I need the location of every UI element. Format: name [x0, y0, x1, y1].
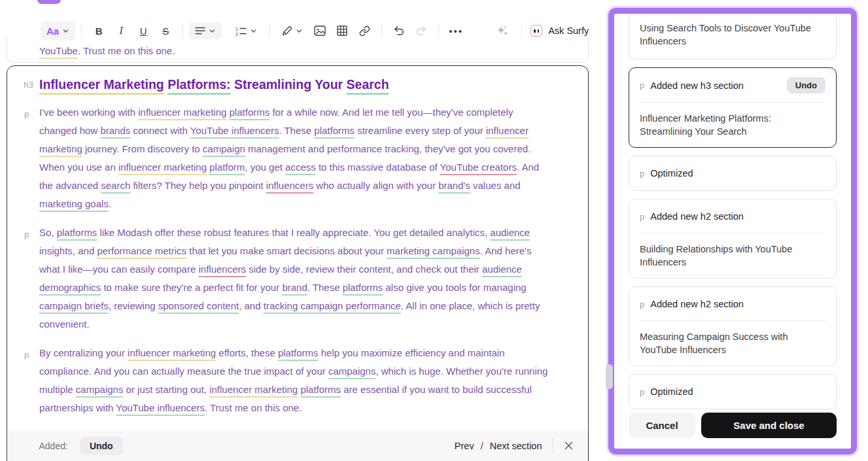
- p-tag-label: p: [24, 346, 29, 364]
- chevron-down-icon: [250, 27, 257, 35]
- editor-content[interactable]: h3 Influencer Marketing Platforms: Strea…: [39, 77, 552, 428]
- p-tag-label: p: [640, 387, 644, 397]
- p-tag-label: p: [640, 299, 644, 309]
- svg-text:2: 2: [235, 31, 238, 36]
- editor-paragraph[interactable]: p I've been working with influencer mark…: [39, 103, 552, 213]
- p-tag-label: p: [640, 169, 644, 179]
- formatting-toolbar: Aa B I U S 1 2: [41, 18, 589, 43]
- editor-paragraph[interactable]: p By centralizing your influencer market…: [39, 344, 552, 417]
- changes-panel-body: Using Search Tools to Discover YouTube I…: [614, 14, 851, 449]
- change-card-body: Influencer Marketing Platforms: Streamli…: [640, 112, 825, 138]
- alignment-dropdown[interactable]: [189, 22, 222, 39]
- change-card-body: Building Relationships with YouTube Infl…: [640, 243, 825, 269]
- numbered-list-icon: 1 2: [235, 26, 247, 36]
- change-card[interactable]: p Added new h2 section Measuring Campaig…: [629, 286, 837, 366]
- undo-change-button[interactable]: Undo: [787, 77, 825, 94]
- change-card[interactable]: Using Search Tools to Discover YouTube I…: [629, 14, 837, 60]
- undo-icon: [393, 26, 405, 36]
- cancel-button[interactable]: Cancel: [629, 413, 695, 438]
- underline-button[interactable]: U: [133, 21, 153, 41]
- nav-separator: /: [481, 441, 483, 451]
- change-card[interactable]: p Optimized: [629, 156, 837, 191]
- change-action-label: Optimized: [650, 386, 693, 397]
- bold-button[interactable]: B: [89, 21, 109, 41]
- image-button[interactable]: [310, 21, 330, 41]
- undo-button[interactable]: [389, 21, 409, 41]
- active-section-container[interactable]: h3 Influencer Marketing Platforms: Strea…: [7, 65, 589, 461]
- image-icon: [314, 26, 326, 36]
- changes-panel: Using Search Tools to Discover YouTube I…: [608, 8, 857, 454]
- change-action-label: Added new h3 section: [650, 80, 744, 91]
- card-divider: [640, 320, 825, 321]
- link-button[interactable]: [355, 21, 374, 41]
- h3-tag-label: h3: [24, 80, 33, 90]
- toolbar-divider: [521, 24, 522, 38]
- undo-section-button[interactable]: Undo: [80, 437, 123, 455]
- change-card-active[interactable]: p Added new h3 section Undo Influencer M…: [629, 67, 837, 148]
- redo-button[interactable]: [411, 21, 431, 41]
- ask-surfy-label: Ask Surfy: [548, 26, 589, 36]
- close-icon[interactable]: [564, 441, 574, 451]
- ai-sparkles-button[interactable]: [496, 24, 509, 37]
- previous-section-text: YouTube. Trust me on this one.: [39, 45, 175, 56]
- toolbar-divider: [81, 24, 82, 38]
- clipped-purple-element: [37, 0, 61, 4]
- chevron-down-icon: [209, 27, 216, 35]
- card-divider: [640, 102, 825, 103]
- change-action-label: Added new h2 section: [650, 211, 744, 222]
- next-section-button[interactable]: Next section: [490, 441, 542, 451]
- p-tag-label: p: [24, 105, 29, 124]
- section-review-bar: Added: Undo Prev / Next section: [8, 430, 588, 461]
- toolbar-divider: [182, 24, 183, 38]
- toolbar-divider: [269, 24, 269, 38]
- change-card[interactable]: p Added new h2 section Building Relation…: [629, 199, 837, 279]
- ask-surfy-button[interactable]: Ask Surfy: [530, 25, 589, 37]
- align-left-icon: [195, 26, 205, 35]
- redo-icon: [415, 26, 427, 36]
- save-and-close-button[interactable]: Save and close: [701, 413, 837, 438]
- bar-divider: [553, 438, 553, 454]
- p-tag-label: p: [640, 80, 644, 90]
- table-button[interactable]: [332, 21, 352, 41]
- added-label: Added:: [39, 441, 68, 451]
- svg-text:1: 1: [235, 26, 238, 31]
- pen-dropdown[interactable]: [275, 22, 309, 41]
- p-tag-label: p: [24, 226, 29, 244]
- more-options-button[interactable]: •••: [446, 21, 466, 41]
- toolbar-divider: [438, 24, 439, 38]
- change-action-label: Optimized: [650, 168, 693, 179]
- chevron-down-icon: [296, 27, 303, 35]
- app-window: Aa B I U S 1 2: [0, 0, 868, 461]
- pen-icon: [281, 26, 292, 37]
- prev-section-button[interactable]: Prev: [455, 441, 474, 451]
- change-card-body: Using Search Tools to Discover YouTube I…: [640, 22, 825, 48]
- panel-drag-handle[interactable]: [606, 364, 613, 389]
- section-heading[interactable]: Influencer Marketing Platforms: Streamli…: [39, 77, 552, 92]
- toolbar-divider: [381, 24, 382, 38]
- font-style-label: Aa: [46, 26, 59, 37]
- table-icon: [337, 26, 347, 36]
- paragraph-text: By centralizing your influencer marketin…: [39, 347, 547, 413]
- link-icon: [359, 26, 370, 37]
- paragraph-text: So, platforms like Modash offer these ro…: [39, 227, 540, 330]
- sparkles-icon: [496, 24, 509, 37]
- paragraph-text: I've been working with influencer market…: [39, 107, 539, 209]
- surfy-mascot-icon: [530, 25, 542, 37]
- chevron-down-icon: [62, 27, 69, 35]
- list-dropdown[interactable]: 1 2: [230, 22, 263, 40]
- change-card[interactable]: p Optimized: [629, 374, 837, 409]
- change-action-label: Added new h2 section: [650, 299, 744, 309]
- italic-button[interactable]: I: [111, 21, 131, 41]
- font-style-dropdown[interactable]: Aa: [41, 22, 75, 41]
- editor-paragraph[interactable]: p So, platforms like Modash offer these …: [39, 224, 552, 333]
- change-card-body: Measuring Campaign Success with YouTube …: [640, 330, 825, 356]
- card-divider: [640, 233, 825, 233]
- p-tag-label: p: [640, 212, 644, 222]
- strikethrough-button[interactable]: S: [156, 21, 175, 41]
